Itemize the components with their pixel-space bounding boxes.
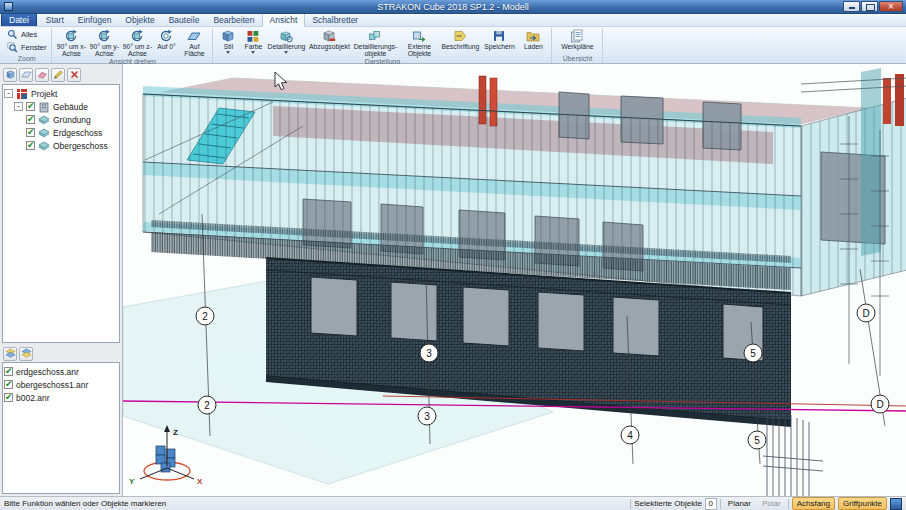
detailing-button[interactable]: Detaillierung: [266, 28, 306, 56]
separator: [720, 499, 721, 509]
model-scene[interactable]: 2 2 3 3 4 5 5 D D Z: [123, 64, 906, 496]
zoom-all-button[interactable]: Alles: [5, 28, 39, 41]
gizmo-z-label: Z: [173, 428, 178, 437]
tree-item-gruendung[interactable]: Gründung: [4, 113, 118, 126]
color-button[interactable]: Farbe: [241, 28, 265, 56]
quick-toolbar: [2, 66, 120, 83]
achsfang-toggle[interactable]: Achsfang: [792, 497, 835, 510]
style-button[interactable]: Stil: [216, 28, 240, 56]
svg-text:5: 5: [754, 435, 760, 446]
tree-expander-icon[interactable]: [14, 102, 23, 111]
select-tool-icon[interactable]: [3, 68, 17, 82]
plan-list-panel: erdgeschoss.anr obergeschoss1.anr b002.a…: [2, 362, 120, 494]
tree-expander-icon[interactable]: [4, 89, 13, 98]
tree-checkbox[interactable]: [26, 128, 35, 137]
titlebar[interactable]: STRAKON Cube 2018 SP1.2 - Modell: [0, 0, 906, 14]
plane-tool-icon[interactable]: [19, 68, 33, 82]
griffpunkte-toggle[interactable]: Griffpunkte: [838, 497, 887, 510]
maximize-button[interactable]: [861, 1, 878, 12]
rotate-icon: [130, 29, 144, 43]
documents-icon: [570, 29, 584, 43]
svg-text:3: 3: [426, 348, 432, 359]
planar-toggle[interactable]: Planar: [724, 498, 755, 509]
plan-label: erdgeschoss.anr: [16, 367, 79, 377]
tab-einfuegen[interactable]: Einfügen: [71, 14, 119, 26]
tab-bearbeiten[interactable]: Bearbeiten: [206, 14, 261, 26]
close-button[interactable]: [879, 1, 903, 12]
gizmo-x-label: X: [197, 477, 203, 486]
status-hint: Bitte Funktion wählen oder Objekte marki…: [4, 499, 166, 508]
grid-bubble-2b[interactable]: 2: [198, 396, 216, 414]
tree-item-erdgeschoss[interactable]: Erdgeschoss: [4, 126, 118, 139]
tree-label: Gründung: [53, 115, 91, 125]
subtraction-object-button[interactable]: Abzugsobjekt: [307, 28, 351, 50]
grid-bubble-3b[interactable]: 3: [418, 407, 436, 425]
tab-datei[interactable]: Datei: [1, 13, 37, 26]
ribbon-group-zoom: Alles Fenster Zoom: [2, 28, 52, 63]
taskbar-app-icon[interactable]: [890, 498, 902, 510]
tab-bauteile[interactable]: Bauteile: [162, 14, 207, 26]
zoom-window-button[interactable]: Fenster: [5, 41, 48, 54]
rotate-x-button[interactable]: 90° um x-Achse: [55, 28, 87, 57]
external-objects-button[interactable]: Externe Objekte: [399, 28, 439, 57]
rotate-icon: [97, 29, 111, 43]
plan-checkbox[interactable]: [4, 380, 13, 389]
tree-item-obergeschoss[interactable]: Obergeschoss: [4, 139, 118, 152]
reset-rotation-button[interactable]: Auf 0°: [154, 28, 178, 50]
grid-bubble-db[interactable]: D: [871, 395, 889, 413]
delete-tool-icon[interactable]: [67, 68, 81, 82]
floppy-icon: [492, 29, 506, 43]
floor-icon: [38, 114, 50, 126]
tab-schalbretter[interactable]: Schalbretter: [305, 14, 365, 26]
polar-toggle[interactable]: Polar: [758, 498, 785, 509]
folder-icon: [526, 29, 540, 43]
tree-item-projekt[interactable]: Projekt: [4, 87, 118, 100]
plan-item-erdgeschoss[interactable]: erdgeschoss.anr: [4, 365, 118, 378]
load-view-button[interactable]: Laden: [518, 28, 548, 50]
tab-objekte[interactable]: Objekte: [118, 14, 161, 26]
eraser-tool-icon[interactable]: [35, 68, 49, 82]
grid-bubble-5[interactable]: 5: [744, 344, 762, 362]
plan-checkbox[interactable]: [4, 367, 13, 376]
tree-label: Gebäude: [53, 102, 88, 112]
annotation-button[interactable]: Beschriftung: [440, 28, 480, 50]
selected-objects-count: 0: [705, 498, 717, 510]
detailing-objects-button[interactable]: Detaillierungs-objekte: [352, 28, 398, 57]
workplans-button[interactable]: Werkpläne: [555, 28, 599, 50]
svg-text:2: 2: [204, 400, 210, 411]
layers-add-icon[interactable]: [19, 347, 33, 361]
ribbon: Alles Fenster Zoom 90° um x-Achse 90° um…: [0, 27, 906, 64]
face-icon: [187, 29, 201, 43]
floor-icon: [38, 127, 50, 139]
minimize-button[interactable]: [843, 1, 860, 12]
model-viewport[interactable]: 2 2 3 3 4 5 5 D D Z: [122, 64, 906, 496]
plan-item-b002[interactable]: b002.anr: [4, 391, 118, 404]
save-view-button[interactable]: Speichern: [481, 28, 517, 50]
pencil-tool-icon[interactable]: [51, 68, 65, 82]
plan-label: obergeschoss1.anr: [16, 380, 88, 390]
grid-bubble-4[interactable]: 4: [621, 426, 639, 444]
grid-bubble-5b[interactable]: 5: [748, 431, 766, 449]
ribbon-group-rotate: 90° um x-Achse 90° um y-Achse 90° um z-A…: [52, 28, 213, 63]
view-on-face-button[interactable]: Auf Fläche: [179, 28, 209, 57]
subtract-cube-icon: [322, 29, 336, 43]
tree-checkbox[interactable]: [26, 102, 35, 111]
svg-text:D: D: [876, 399, 883, 410]
rotate-y-button[interactable]: 90° um y-Achse: [88, 28, 120, 57]
rotate-zero-icon: [159, 29, 173, 43]
project-tree-panel: Projekt Gebäude Gründung Erdgeschoss: [2, 84, 120, 343]
plan-item-obergeschoss1[interactable]: obergeschoss1.anr: [4, 378, 118, 391]
grid-bubble-2[interactable]: 2: [196, 307, 214, 325]
project-icon: [16, 88, 28, 100]
tree-checkbox[interactable]: [26, 141, 35, 150]
rotate-z-button[interactable]: 90° um z-Achse: [121, 28, 153, 57]
svg-text:5: 5: [750, 348, 756, 359]
plan-checkbox[interactable]: [4, 393, 13, 402]
grid-bubble-d[interactable]: D: [857, 304, 875, 322]
tab-ansicht[interactable]: Ansicht: [262, 13, 306, 27]
tree-checkbox[interactable]: [26, 115, 35, 124]
grid-bubble-3[interactable]: 3: [420, 344, 438, 362]
tree-item-gebaeude[interactable]: Gebäude: [4, 100, 118, 113]
layers-icon[interactable]: [3, 347, 17, 361]
tab-start[interactable]: Start: [39, 14, 71, 26]
